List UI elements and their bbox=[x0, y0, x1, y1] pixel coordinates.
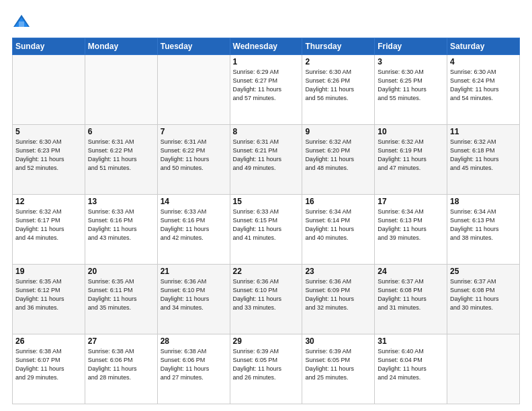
day-info: Sunrise: 6:34 AM Sunset: 6:13 PM Dayligh… bbox=[378, 208, 444, 242]
weekday-header-tuesday: Tuesday bbox=[157, 38, 230, 55]
day-cell: 7Sunrise: 6:31 AM Sunset: 6:22 PM Daylig… bbox=[157, 125, 230, 195]
day-info: Sunrise: 6:39 AM Sunset: 6:05 PM Dayligh… bbox=[305, 347, 371, 382]
day-number: 29 bbox=[233, 336, 300, 346]
day-number: 4 bbox=[450, 57, 517, 66]
day-cell: 15Sunrise: 6:33 AM Sunset: 6:15 PM Dayli… bbox=[230, 195, 302, 265]
day-cell bbox=[157, 55, 230, 125]
week-row-4: 19Sunrise: 6:35 AM Sunset: 6:12 PM Dayli… bbox=[13, 265, 520, 334]
week-row-3: 12Sunrise: 6:32 AM Sunset: 6:17 PM Dayli… bbox=[13, 195, 520, 265]
day-cell: 27Sunrise: 6:38 AM Sunset: 6:06 PM Dayli… bbox=[85, 334, 157, 404]
day-cell: 14Sunrise: 6:33 AM Sunset: 6:16 PM Dayli… bbox=[157, 195, 230, 265]
day-cell: 22Sunrise: 6:36 AM Sunset: 6:10 PM Dayli… bbox=[230, 265, 302, 334]
weekday-header-friday: Friday bbox=[375, 38, 447, 55]
weekday-header-sunday: Sunday bbox=[13, 38, 85, 55]
day-cell: 31Sunrise: 6:40 AM Sunset: 6:04 PM Dayli… bbox=[375, 334, 447, 404]
day-info: Sunrise: 6:39 AM Sunset: 6:05 PM Dayligh… bbox=[233, 347, 300, 382]
day-number: 6 bbox=[88, 127, 154, 136]
day-number: 19 bbox=[15, 267, 82, 276]
day-number: 12 bbox=[15, 197, 82, 206]
calendar-table: SundayMondayTuesdayWednesdayThursdayFrid… bbox=[12, 38, 520, 404]
day-cell: 4Sunrise: 6:30 AM Sunset: 6:24 PM Daylig… bbox=[447, 55, 520, 125]
day-number: 13 bbox=[88, 197, 154, 206]
day-info: Sunrise: 6:32 AM Sunset: 6:18 PM Dayligh… bbox=[450, 138, 517, 173]
day-cell: 28Sunrise: 6:38 AM Sunset: 6:06 PM Dayli… bbox=[157, 334, 230, 404]
weekday-header-thursday: Thursday bbox=[302, 38, 375, 55]
day-info: Sunrise: 6:31 AM Sunset: 6:22 PM Dayligh… bbox=[161, 138, 227, 173]
day-cell: 17Sunrise: 6:34 AM Sunset: 6:13 PM Dayli… bbox=[375, 195, 447, 265]
header bbox=[12, 12, 520, 31]
day-info: Sunrise: 6:30 AM Sunset: 6:23 PM Dayligh… bbox=[15, 138, 82, 173]
day-info: Sunrise: 6:29 AM Sunset: 6:27 PM Dayligh… bbox=[233, 68, 300, 103]
day-cell: 6Sunrise: 6:31 AM Sunset: 6:22 PM Daylig… bbox=[85, 125, 157, 195]
day-number: 28 bbox=[161, 336, 227, 346]
day-info: Sunrise: 6:36 AM Sunset: 6:09 PM Dayligh… bbox=[305, 277, 371, 312]
day-number: 21 bbox=[161, 267, 227, 276]
day-info: Sunrise: 6:33 AM Sunset: 6:16 PM Dayligh… bbox=[161, 208, 227, 242]
day-info: Sunrise: 6:34 AM Sunset: 6:13 PM Dayligh… bbox=[450, 208, 517, 242]
day-number: 24 bbox=[378, 267, 444, 276]
day-info: Sunrise: 6:30 AM Sunset: 6:26 PM Dayligh… bbox=[305, 68, 371, 103]
day-number: 20 bbox=[88, 267, 154, 276]
week-row-2: 5Sunrise: 6:30 AM Sunset: 6:23 PM Daylig… bbox=[13, 125, 520, 195]
day-number: 15 bbox=[233, 197, 300, 206]
day-cell: 13Sunrise: 6:33 AM Sunset: 6:16 PM Dayli… bbox=[85, 195, 157, 265]
day-info: Sunrise: 6:33 AM Sunset: 6:16 PM Dayligh… bbox=[88, 208, 154, 242]
day-number: 22 bbox=[233, 267, 300, 276]
day-cell: 30Sunrise: 6:39 AM Sunset: 6:05 PM Dayli… bbox=[302, 334, 375, 404]
day-cell: 5Sunrise: 6:30 AM Sunset: 6:23 PM Daylig… bbox=[13, 125, 85, 195]
day-info: Sunrise: 6:32 AM Sunset: 6:17 PM Dayligh… bbox=[15, 208, 82, 242]
logo-icon bbox=[12, 12, 31, 31]
day-number: 14 bbox=[161, 197, 227, 206]
day-cell: 21Sunrise: 6:36 AM Sunset: 6:10 PM Dayli… bbox=[157, 265, 230, 334]
logo bbox=[12, 12, 34, 31]
day-info: Sunrise: 6:30 AM Sunset: 6:24 PM Dayligh… bbox=[450, 68, 517, 103]
day-number: 9 bbox=[305, 127, 371, 136]
day-cell: 10Sunrise: 6:32 AM Sunset: 6:19 PM Dayli… bbox=[375, 125, 447, 195]
day-cell: 3Sunrise: 6:30 AM Sunset: 6:25 PM Daylig… bbox=[375, 55, 447, 125]
week-row-5: 26Sunrise: 6:38 AM Sunset: 6:07 PM Dayli… bbox=[13, 334, 520, 404]
day-number: 5 bbox=[15, 127, 82, 136]
day-number: 23 bbox=[305, 267, 371, 276]
day-cell: 26Sunrise: 6:38 AM Sunset: 6:07 PM Dayli… bbox=[13, 334, 85, 404]
svg-rect-2 bbox=[19, 21, 24, 27]
day-cell: 25Sunrise: 6:37 AM Sunset: 6:08 PM Dayli… bbox=[447, 265, 520, 334]
day-info: Sunrise: 6:31 AM Sunset: 6:22 PM Dayligh… bbox=[88, 138, 154, 173]
day-number: 7 bbox=[161, 127, 227, 136]
day-cell bbox=[447, 334, 520, 404]
day-cell: 20Sunrise: 6:35 AM Sunset: 6:11 PM Dayli… bbox=[85, 265, 157, 334]
day-cell bbox=[13, 55, 85, 125]
weekday-header-wednesday: Wednesday bbox=[230, 38, 302, 55]
day-info: Sunrise: 6:35 AM Sunset: 6:11 PM Dayligh… bbox=[88, 277, 154, 312]
weekday-header-monday: Monday bbox=[85, 38, 157, 55]
day-number: 17 bbox=[378, 197, 444, 206]
day-cell: 2Sunrise: 6:30 AM Sunset: 6:26 PM Daylig… bbox=[302, 55, 375, 125]
day-info: Sunrise: 6:32 AM Sunset: 6:20 PM Dayligh… bbox=[305, 138, 371, 173]
day-number: 10 bbox=[378, 127, 444, 136]
day-number: 8 bbox=[233, 127, 300, 136]
day-cell bbox=[85, 55, 157, 125]
day-cell: 11Sunrise: 6:32 AM Sunset: 6:18 PM Dayli… bbox=[447, 125, 520, 195]
day-info: Sunrise: 6:40 AM Sunset: 6:04 PM Dayligh… bbox=[378, 347, 444, 382]
day-number: 11 bbox=[450, 127, 517, 136]
day-number: 16 bbox=[305, 197, 371, 206]
day-info: Sunrise: 6:30 AM Sunset: 6:25 PM Dayligh… bbox=[378, 68, 444, 103]
day-info: Sunrise: 6:31 AM Sunset: 6:21 PM Dayligh… bbox=[233, 138, 300, 173]
day-info: Sunrise: 6:38 AM Sunset: 6:07 PM Dayligh… bbox=[15, 347, 82, 382]
day-info: Sunrise: 6:38 AM Sunset: 6:06 PM Dayligh… bbox=[88, 347, 154, 382]
day-number: 30 bbox=[305, 336, 371, 346]
day-number: 18 bbox=[450, 197, 517, 206]
week-row-1: 1Sunrise: 6:29 AM Sunset: 6:27 PM Daylig… bbox=[13, 55, 520, 125]
day-info: Sunrise: 6:38 AM Sunset: 6:06 PM Dayligh… bbox=[161, 347, 227, 382]
weekday-header-saturday: Saturday bbox=[447, 38, 520, 55]
day-number: 1 bbox=[233, 57, 300, 66]
day-cell: 18Sunrise: 6:34 AM Sunset: 6:13 PM Dayli… bbox=[447, 195, 520, 265]
day-info: Sunrise: 6:37 AM Sunset: 6:08 PM Dayligh… bbox=[450, 277, 517, 312]
day-number: 27 bbox=[88, 336, 154, 346]
day-info: Sunrise: 6:36 AM Sunset: 6:10 PM Dayligh… bbox=[233, 277, 300, 312]
day-info: Sunrise: 6:32 AM Sunset: 6:19 PM Dayligh… bbox=[378, 138, 444, 173]
day-cell: 1Sunrise: 6:29 AM Sunset: 6:27 PM Daylig… bbox=[230, 55, 302, 125]
weekday-header-row: SundayMondayTuesdayWednesdayThursdayFrid… bbox=[13, 38, 520, 55]
day-info: Sunrise: 6:35 AM Sunset: 6:12 PM Dayligh… bbox=[15, 277, 82, 312]
day-number: 26 bbox=[15, 336, 82, 346]
day-info: Sunrise: 6:34 AM Sunset: 6:14 PM Dayligh… bbox=[305, 208, 371, 242]
